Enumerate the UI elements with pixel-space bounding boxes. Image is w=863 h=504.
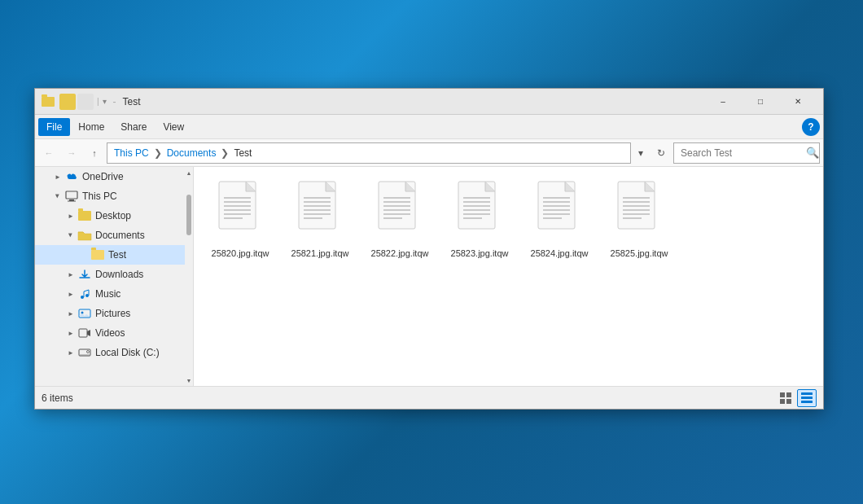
- minimize-button[interactable]: –: [704, 89, 742, 115]
- maximize-button[interactable]: □: [742, 89, 779, 115]
- refresh-button[interactable]: ↻: [651, 142, 672, 164]
- svg-rect-53: [780, 392, 785, 397]
- disk-icon: [77, 345, 92, 360]
- path-pc[interactable]: This PC: [114, 147, 149, 159]
- sidebar-item-onedrive[interactable]: ► OneDrive: [35, 167, 185, 186]
- file-item[interactable]: 25820.jpg.itqw: [204, 177, 277, 261]
- expand-onedrive[interactable]: ►: [51, 170, 64, 183]
- quick-access-toolbar: | ▾: [59, 94, 107, 110]
- sidebar-label-onedrive: OneDrive: [82, 171, 124, 182]
- sidebar-item-videos[interactable]: ► Videos: [35, 323, 185, 343]
- expand-desktop[interactable]: ►: [64, 209, 77, 222]
- expand-this-pc[interactable]: ►: [51, 190, 64, 203]
- back-button[interactable]: ←: [38, 142, 59, 164]
- window-title: Test: [123, 96, 704, 107]
- title-sep: -: [113, 96, 116, 107]
- videos-icon: [77, 326, 92, 340]
- scroll-thumb[interactable]: [186, 195, 191, 235]
- path-documents[interactable]: Documents: [167, 147, 217, 159]
- file-name: 25823.jpg.itqw: [451, 248, 509, 258]
- address-bar: ← → ↑ This PC ❯ Documents ❯ Test ▾ ↻ 🔍: [35, 139, 823, 167]
- expand-downloads[interactable]: ►: [64, 268, 77, 281]
- svg-rect-55: [780, 399, 785, 404]
- path-sep-1: ❯: [154, 147, 162, 159]
- address-path[interactable]: This PC ❯ Documents ❯ Test: [107, 142, 631, 164]
- file-item[interactable]: 25824.jpg.itqw: [523, 177, 596, 261]
- sidebar-item-pictures[interactable]: ► Pictures: [35, 304, 185, 323]
- expand-pictures[interactable]: ►: [64, 307, 77, 320]
- folder-icon-desktop: [77, 208, 92, 223]
- file-icon: [533, 180, 585, 245]
- address-dropdown[interactable]: ▾: [633, 142, 649, 164]
- sidebar-label-pictures: Pictures: [95, 308, 130, 319]
- scroll-up-arrow[interactable]: ▲: [185, 167, 193, 178]
- search-input[interactable]: [681, 147, 803, 159]
- pictures-icon: [77, 306, 92, 321]
- file-name: 25822.jpg.itqw: [371, 248, 429, 258]
- file-icon: [294, 180, 346, 245]
- scroll-down-arrow[interactable]: ▼: [185, 375, 193, 386]
- expand-videos[interactable]: ►: [64, 327, 77, 340]
- list-view-button[interactable]: [776, 389, 795, 407]
- sidebar-item-this-pc[interactable]: ► This PC: [35, 186, 185, 206]
- svg-rect-9: [80, 354, 90, 356]
- dropdown-arrow[interactable]: ▾: [103, 97, 107, 106]
- path-test[interactable]: Test: [234, 147, 252, 159]
- svg-rect-2: [68, 201, 76, 202]
- up-button[interactable]: ↑: [84, 142, 105, 164]
- sidebar-item-documents[interactable]: ► Documents: [35, 226, 185, 245]
- sidebar-label-documents: Documents: [95, 230, 145, 241]
- file-item[interactable]: 25821.jpg.itqw: [283, 177, 357, 261]
- file-name: 25821.jpg.itqw: [291, 248, 349, 258]
- svg-rect-54: [786, 392, 791, 397]
- close-button[interactable]: ✕: [779, 89, 817, 115]
- sidebar-item-test[interactable]: ► Test: [35, 245, 185, 265]
- forward-button[interactable]: →: [61, 142, 82, 164]
- title-bar-folder-icon: [42, 95, 55, 108]
- svg-rect-7: [79, 329, 87, 337]
- sidebar-item-local-disk[interactable]: ► Local Disk (C:): [35, 343, 185, 362]
- expand-music[interactable]: ►: [64, 287, 77, 300]
- sidebar-label-test: Test: [108, 249, 126, 261]
- sidebar-label-this-pc: This PC: [82, 191, 117, 202]
- expand-documents[interactable]: ►: [64, 229, 77, 242]
- svg-point-4: [85, 294, 89, 297]
- search-icon: 🔍: [806, 147, 819, 159]
- file-explorer-window: | ▾ - Test – □ ✕ File Home Share View ? …: [34, 88, 824, 410]
- search-box[interactable]: 🔍: [673, 142, 820, 164]
- expand-local-disk[interactable]: ►: [64, 346, 77, 359]
- view-buttons: [776, 389, 817, 407]
- sidebar-label-music: Music: [95, 288, 120, 300]
- menu-home[interactable]: Home: [70, 118, 112, 136]
- file-item[interactable]: 25823.jpg.itqw: [443, 177, 516, 261]
- svg-rect-58: [801, 397, 813, 399]
- status-bar: 6 items: [35, 386, 823, 409]
- sidebar-item-music[interactable]: ► Music: [35, 284, 185, 304]
- file-item[interactable]: 25825.jpg.itqw: [602, 177, 676, 261]
- file-icon: [214, 180, 266, 245]
- tile-view-button[interactable]: [797, 389, 817, 407]
- quick-access-btn-2[interactable]: [77, 94, 94, 110]
- menu-view[interactable]: View: [155, 118, 192, 136]
- sidebar-label-desktop: Desktop: [95, 210, 131, 221]
- file-icon: [613, 180, 665, 245]
- file-item[interactable]: 25822.jpg.itqw: [363, 177, 436, 261]
- quick-access-btn-1[interactable]: [59, 94, 76, 110]
- sidebar: ► OneDrive ►: [35, 167, 194, 386]
- file-name: 25824.jpg.itqw: [531, 248, 589, 258]
- menu-file[interactable]: File: [38, 118, 70, 136]
- cloud-icon: [64, 169, 79, 184]
- sidebar-label-downloads: Downloads: [95, 269, 143, 280]
- file-icon: [453, 180, 506, 245]
- svg-point-3: [81, 296, 84, 299]
- sidebar-item-desktop[interactable]: ► Desktop: [35, 206, 185, 226]
- help-button[interactable]: ?: [802, 118, 820, 136]
- sidebar-item-downloads[interactable]: ► Downloads: [35, 265, 185, 284]
- svg-rect-56: [786, 399, 791, 404]
- item-count: 6 items: [42, 392, 73, 404]
- pc-icon: [64, 189, 79, 204]
- menu-share[interactable]: Share: [112, 118, 155, 136]
- menu-bar: File Home Share View ?: [35, 115, 823, 139]
- svg-rect-57: [801, 392, 813, 395]
- file-name: 25820.jpg.itqw: [212, 248, 269, 258]
